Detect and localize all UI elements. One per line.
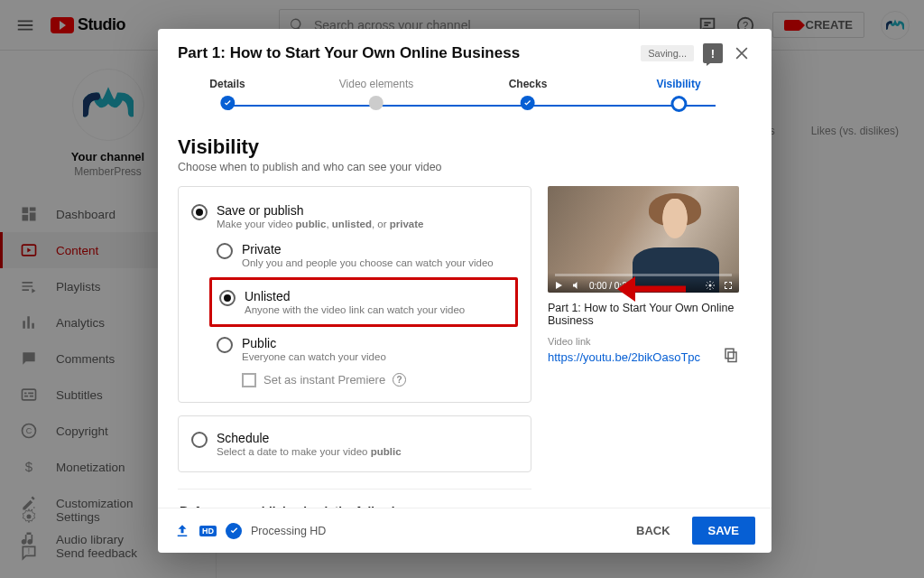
step-elements[interactable]: Video elements <box>339 78 414 110</box>
schedule-option[interactable]: Schedule Select a date to make your vide… <box>178 415 531 472</box>
modal-title: Part 1: How to Start Your Own Online Bus… <box>178 44 632 62</box>
upload-modal: Part 1: How to Start Your Own Online Bus… <box>158 29 772 553</box>
prepublish-checks: Before you publish, check the following:… <box>178 489 531 508</box>
premiere-label: Set as instant Premiere <box>263 373 385 387</box>
step-dot <box>369 96 383 110</box>
back-button[interactable]: BACK <box>625 517 681 545</box>
check-icon <box>220 96 235 110</box>
radio-desc: Everyone can watch your video <box>242 351 386 362</box>
premiere-checkbox[interactable]: Set as instant Premiere ? <box>242 371 518 387</box>
svg-rect-16 <box>728 352 736 362</box>
section-subtitle: Choose when to publish and who can see y… <box>178 161 752 173</box>
volume-icon[interactable] <box>571 280 582 291</box>
check-heading: Before you publish, check the following: <box>180 504 530 508</box>
video-link-label: Video link <box>548 336 739 347</box>
preview-title: Part 1: How to Start Your Own Online Bus… <box>548 302 739 327</box>
checkbox-icon <box>242 373 256 387</box>
radio-label: Private <box>242 242 494 256</box>
radio-save-publish[interactable]: Save or publish Make your video public, … <box>191 200 518 233</box>
gear-icon[interactable] <box>705 280 716 291</box>
check-icon <box>226 523 242 539</box>
player-controls: 0:00 / 0:21 <box>553 280 734 291</box>
save-button[interactable]: SAVE <box>692 517 755 545</box>
radio-label: Unlisted <box>245 289 465 303</box>
radio-label: Save or publish <box>217 203 423 218</box>
stepper: Details Video elements Checks Visibility <box>178 78 752 123</box>
radio-unlisted[interactable]: Unlisted Anyone with the video link can … <box>219 285 508 319</box>
play-icon[interactable] <box>553 280 564 291</box>
radio-icon <box>217 243 233 259</box>
modal-footer: HD Processing HD BACK SAVE <box>158 508 772 553</box>
radio-icon <box>191 204 208 220</box>
radio-label: Public <box>242 336 386 350</box>
radio-public[interactable]: Public Everyone can watch your video <box>217 332 518 366</box>
step-dot-open <box>670 96 687 112</box>
unlisted-highlight: Unlisted Anyone with the video link can … <box>209 277 518 327</box>
svg-rect-19 <box>178 535 188 536</box>
step-checks[interactable]: Checks <box>509 78 548 110</box>
modal-header: Part 1: How to Start Your Own Online Bus… <box>158 29 772 74</box>
radio-icon <box>217 337 233 353</box>
section-title: Visibility <box>178 135 752 159</box>
step-visibility[interactable]: Visibility <box>656 78 700 112</box>
check-icon <box>521 96 535 110</box>
hd-badge: HD <box>199 526 217 536</box>
visibility-options: Save or publish Make your video public, … <box>178 186 531 403</box>
copy-icon[interactable] <box>723 347 739 367</box>
radio-icon <box>191 432 208 448</box>
fullscreen-icon[interactable] <box>723 280 734 291</box>
close-icon[interactable] <box>732 43 752 63</box>
info-icon[interactable]: ? <box>393 373 406 387</box>
radio-desc: Anyone with the video link can watch you… <box>245 304 465 315</box>
modal-body: Visibility Choose when to publish and wh… <box>158 123 772 508</box>
svg-point-15 <box>709 284 712 287</box>
video-preview: 0:00 / 0:21 Part 1: How to Start Your Ow… <box>548 186 739 367</box>
feedback-button[interactable]: ! <box>703 43 723 63</box>
step-details[interactable]: Details <box>209 78 245 110</box>
radio-desc: Select a date to make your video public <box>217 446 402 457</box>
svg-rect-17 <box>725 349 734 359</box>
radio-label: Schedule <box>217 431 402 445</box>
radio-icon <box>219 290 236 306</box>
radio-desc: Make your video public, unlisted, or pri… <box>217 219 423 229</box>
status-text: Processing HD <box>251 525 326 537</box>
video-link[interactable]: https://youtu.be/2bikOasoTpc <box>548 350 700 364</box>
radio-private[interactable]: Private Only you and people you choose c… <box>217 238 518 272</box>
saving-badge: Saving... <box>641 45 694 61</box>
radio-desc: Only you and people you choose can watch… <box>242 257 494 268</box>
video-thumbnail[interactable]: 0:00 / 0:21 <box>548 186 739 293</box>
processing-status: HD Processing HD <box>174 523 326 539</box>
playtime: 0:00 / 0:21 <box>589 281 632 291</box>
upload-icon <box>174 523 190 539</box>
